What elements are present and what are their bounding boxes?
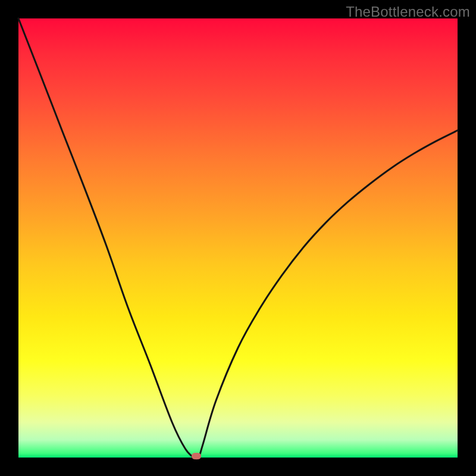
optimal-marker [192, 453, 201, 459]
chart-frame: TheBottleneck.com [0, 0, 476, 476]
bottleneck-curve [18, 18, 458, 459]
curve-layer [18, 18, 458, 458]
watermark-text: TheBottleneck.com [346, 4, 470, 20]
plot-area [18, 18, 458, 458]
